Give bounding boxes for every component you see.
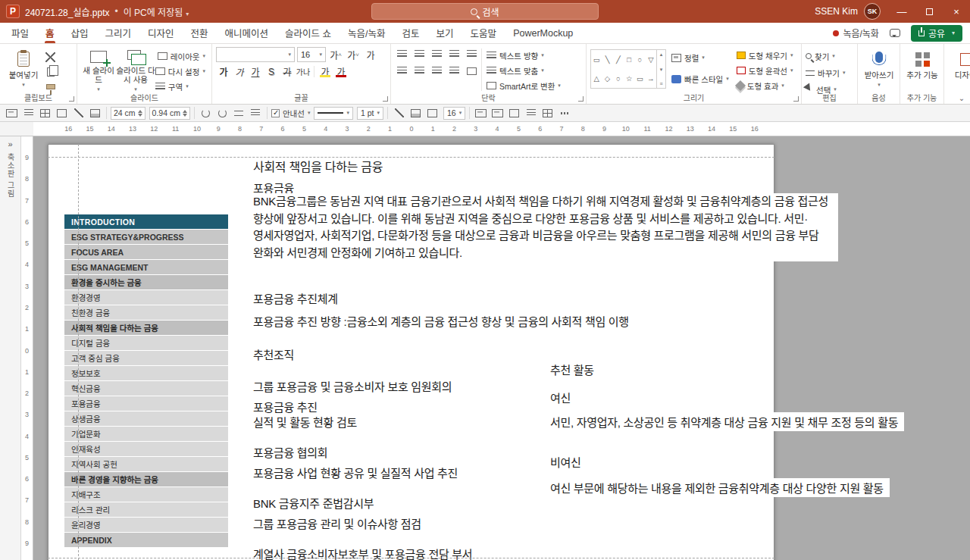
dictate-button[interactable]: 받아쓰기 <box>862 47 896 88</box>
powerpoint-app-icon[interactable]: P <box>6 5 20 18</box>
group-icon[interactable] <box>507 106 521 120</box>
search-box[interactable]: 검색 <box>371 3 599 20</box>
shape-gallery-scrollbar[interactable]: ▴▾≡ <box>656 50 665 88</box>
horizontal-guide[interactable] <box>48 157 774 158</box>
bold-button[interactable]: 가 <box>216 64 231 79</box>
avatar[interactable]: SK <box>864 3 881 20</box>
toc-item[interactable]: 지역사회 공헌 <box>64 457 228 471</box>
arrange-button[interactable]: 정렬 <box>669 50 731 65</box>
line-spacing-button[interactable] <box>465 47 479 61</box>
intro-textbox[interactable]: BNK금융그룹은 동남권 지역 대표 금융기관으로서 사회적 책임을 다하기 위… <box>253 193 838 261</box>
line-weight-dropdown[interactable]: 1 pt <box>357 107 383 120</box>
reset-button[interactable]: 다시 설정 <box>155 65 208 77</box>
minimize-button[interactable]: — <box>888 0 915 23</box>
tab-file[interactable]: 파일 <box>3 23 37 43</box>
toc-item[interactable]: 사회적 책임을 다하는 금융 <box>64 321 228 335</box>
align-left-button[interactable] <box>395 64 409 78</box>
strikethrough-button[interactable]: 가 <box>280 64 295 79</box>
shape-gallery-item[interactable]: ○ <box>616 74 621 83</box>
toc-item[interactable]: ESG MANAGEMENT <box>64 260 228 274</box>
font-size-combo[interactable]: 16 <box>297 47 326 62</box>
numbering-button[interactable] <box>412 47 427 61</box>
fill-color-icon[interactable] <box>408 106 423 120</box>
org-item[interactable]: BNK 금융지주 준법감시부 그룹 포용금융 관리 및 이슈사항 점검 <box>253 495 556 532</box>
toc-item[interactable]: 포용금융 <box>64 396 228 411</box>
text-highlight-button[interactable]: 가 <box>318 64 333 79</box>
shape-gallery-item[interactable]: ▭ <box>593 55 600 64</box>
clipboard-dialog-launcher[interactable] <box>69 96 74 102</box>
org-item-desc[interactable]: 그룹 포용금융 관리 및 이슈사항 점검 <box>253 517 556 532</box>
increase-indent-button[interactable] <box>447 47 462 61</box>
section1-body-textbox[interactable]: 포용금융 추진 방향 :금융소외 계층의 금융 접근성 향상 및 금융의 사회적… <box>253 313 799 329</box>
document-title[interactable]: 240721.28_실습.pptx <box>25 5 110 18</box>
format-painter-button[interactable] <box>43 81 58 92</box>
replace-button[interactable]: 바꾸기 <box>806 65 853 80</box>
more-tools-icon[interactable] <box>557 106 571 120</box>
cut-button[interactable] <box>43 52 58 63</box>
toc-item[interactable]: 기업문화 <box>64 427 228 441</box>
tab-insert[interactable]: 삽입 <box>63 23 97 43</box>
align-left-objects-icon[interactable] <box>524 106 538 120</box>
toolbar-font-size-dropdown[interactable]: 16 <box>443 107 465 120</box>
shape-gallery-item[interactable]: → <box>647 74 655 83</box>
new-slide-button[interactable]: 새 슬라이드 <box>81 47 116 92</box>
tab-slideshow[interactable]: 슬라이드 쇼 <box>277 23 340 43</box>
shape-gallery-item[interactable]: △ <box>594 74 599 83</box>
loan-title-textbox[interactable]: 여신 <box>550 389 571 405</box>
line-style-dropdown[interactable] <box>314 107 353 120</box>
shape-icon[interactable] <box>55 106 69 120</box>
copy-button[interactable] <box>43 67 58 78</box>
toc-item[interactable]: 윤리경영 <box>64 518 228 532</box>
font-name-combo[interactable] <box>216 47 295 62</box>
toc-item[interactable]: ESG STRATEGY&PROGRESS <box>64 230 228 244</box>
collapse-ribbon-button[interactable] <box>956 93 967 102</box>
pen-icon[interactable] <box>71 106 86 120</box>
rotate-right-icon[interactable] <box>215 106 230 120</box>
maximize-button[interactable] <box>915 0 943 23</box>
toc-item[interactable]: 디지털 금융 <box>64 336 228 350</box>
section1-title-textbox[interactable]: 포용금융 추진체계 <box>253 290 338 306</box>
shape-gallery-item[interactable]: ▽ <box>648 55 653 64</box>
grow-font-button[interactable]: 가 <box>328 48 343 62</box>
toc-item[interactable]: 정보보호 <box>64 366 228 380</box>
outline-color-icon[interactable] <box>425 106 440 120</box>
eraser-icon[interactable] <box>88 106 102 120</box>
tab-animations[interactable]: 애니메이션 <box>217 23 277 43</box>
toc-item[interactable]: 혁신금융 <box>64 381 228 396</box>
shape-fill-button[interactable]: 도형 채우기 <box>734 48 796 62</box>
horizontal-guide-bottom[interactable] <box>48 558 774 558</box>
tab-home[interactable]: 홈 <box>37 23 63 43</box>
tab-review[interactable]: 검토 <box>394 23 428 43</box>
slide-title-textbox[interactable]: 사회적 책임을 다하는 금융 <box>253 157 383 175</box>
vertical-ruler[interactable]: 9876543210123456789 <box>21 136 33 560</box>
org-item[interactable]: 그룹 포용금융 및 금융소비자 보호 임원회의 포용금융 추진 실적 및 활동 … <box>253 378 556 430</box>
tab-draw[interactable]: 그리기 <box>97 23 140 43</box>
tab-design[interactable]: 디자인 <box>139 23 183 43</box>
find-button[interactable]: 찾기 <box>806 48 853 64</box>
toc-item[interactable]: 인재육성 <box>64 442 228 456</box>
toc-item[interactable]: APPENDIX <box>64 533 228 547</box>
underline-button[interactable]: 가 <box>248 64 263 79</box>
toc-item[interactable]: INTRODUCTION <box>64 214 228 229</box>
share-button[interactable]: 공유 <box>911 25 962 42</box>
italic-button[interactable]: 가 <box>232 64 247 79</box>
align-objects-icon[interactable] <box>249 106 263 120</box>
layout-icon[interactable] <box>21 106 36 120</box>
paste-button[interactable]: 붙여넣기 <box>4 47 43 92</box>
nonloan-title-textbox[interactable]: 비여신 <box>550 454 581 470</box>
toc-item[interactable]: 환경경영 <box>64 290 228 305</box>
shape-gallery-item[interactable]: ☆ <box>626 74 633 83</box>
rotate-left-icon[interactable] <box>199 106 213 120</box>
record-indicator[interactable]: 녹음/녹화 <box>833 27 879 39</box>
org-item-title[interactable]: BNK 금융지주 준법감시부 <box>253 495 556 511</box>
vertical-guide[interactable] <box>78 144 79 560</box>
org-title-textbox[interactable]: 추천조직 <box>253 346 294 362</box>
flip-icon[interactable] <box>232 106 246 120</box>
org-item[interactable]: 포용금융 협의회 포용금융 사업 현황 공유 및 실질적 사업 추진 <box>253 444 556 481</box>
org-item-desc[interactable]: 포용금융 추진 실적 및 활동 현황 검토 <box>253 400 556 430</box>
decrease-indent-button[interactable] <box>430 47 444 61</box>
shape-height-field[interactable]: 0.94 cm <box>149 107 190 120</box>
close-button[interactable]: × <box>943 0 970 23</box>
character-spacing-button[interactable]: 가나 <box>296 64 311 79</box>
save-status[interactable]: 이 PC에 저장됨 <box>124 5 189 18</box>
